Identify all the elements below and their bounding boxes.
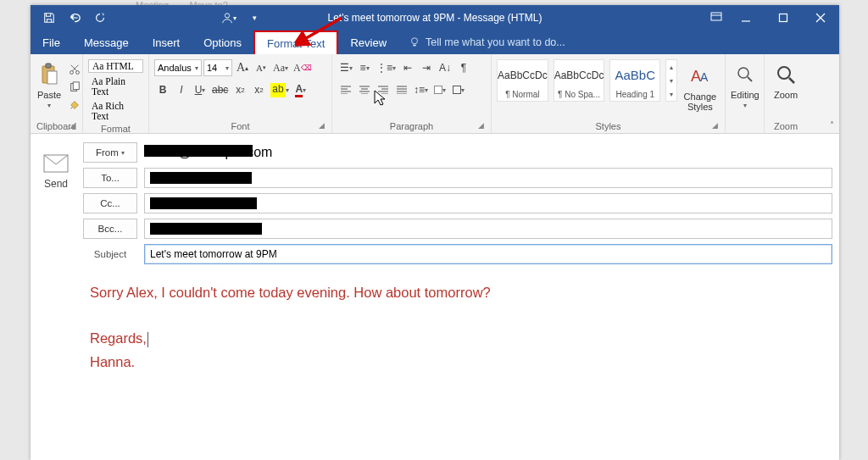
sort-icon[interactable]: A↓ [437,59,453,76]
shrink-font-icon[interactable]: A▾ [253,59,270,76]
collapse-ribbon-icon[interactable]: ˄ [830,120,834,130]
tab-insert[interactable]: Insert [141,30,192,54]
increase-indent-icon[interactable]: ⇥ [418,59,435,76]
font-launcher-icon[interactable]: ◢ [319,121,325,130]
grow-font-icon[interactable]: A▴ [234,59,251,76]
numbering-icon[interactable]: ≡▾ [356,59,373,76]
tab-format-text[interactable]: Format Text [253,30,338,54]
minimize-button[interactable] [727,5,765,30]
header-fields: From ▾ user0@example.com To... user1@exa… [81,134,839,460]
svg-rect-10 [47,71,57,84]
group-zoom: Zoom Zoom [765,54,807,133]
cc-field[interactable]: user2@example.com [144,193,832,213]
message-window: ▾ ▾ Let's meet tomorrow at 9PM - Message… [31,5,839,460]
ribbon-tabs: File Message Insert Options Format Text … [31,30,839,54]
clipboard-launcher-icon[interactable]: ◢ [70,121,75,130]
redo-icon[interactable] [88,6,112,30]
bullets-icon[interactable]: ☰▾ [337,59,354,76]
svg-point-7 [412,38,418,44]
group-label-styles: Styles◢ [497,119,720,133]
font-color-icon[interactable]: A▾ [292,81,309,98]
svg-line-36 [789,78,794,83]
group-styles: AaBbCcDc ¶ Normal AaBbCcDc ¶ No Spa... A… [492,54,726,133]
tab-options[interactable]: Options [192,30,253,54]
compose-area: Send From ▾ user0@example.com To... user… [31,134,839,460]
qat-customize-icon[interactable]: ▾ [242,6,266,30]
tab-message[interactable]: Message [72,30,141,54]
change-styles-icon: AA [687,63,714,90]
from-button[interactable]: From ▾ [83,142,137,163]
line-spacing-icon[interactable]: ↕≡▾ [412,81,430,98]
style-heading1[interactable]: AaBbC Heading 1 [609,59,660,102]
group-editing: Editing ▾ [726,54,765,133]
tell-me-search[interactable]: Tell me what you want to do... [398,30,565,54]
group-label-clipboard: Clipboard◢ [36,119,77,133]
italic-icon[interactable]: I [173,81,190,98]
style-no-spacing[interactable]: AaBbCcDc ¶ No Spa... [554,59,605,102]
clear-formatting-icon[interactable]: A⌫ [292,59,314,76]
bold-icon[interactable]: B [154,81,171,98]
maximize-button[interactable] [765,5,802,30]
justify-icon[interactable] [393,81,410,98]
align-left-icon[interactable] [337,81,354,98]
shading-icon[interactable]: ▾ [431,81,448,98]
cc-button[interactable]: Cc... [83,193,137,213]
svg-rect-9 [46,64,51,68]
format-html-button[interactable]: Aa HTML [88,59,143,73]
copy-icon[interactable] [66,79,83,96]
group-label-editing [731,119,759,133]
font-size-combo[interactable]: 14▾ [203,59,232,76]
message-body[interactable]: Sorry Alex, I couldn't come today evenin… [83,269,832,385]
show-marks-icon[interactable]: ¶ [455,59,472,76]
paragraph-launcher-icon[interactable]: ◢ [478,121,484,130]
underline-icon[interactable]: U▾ [192,81,209,98]
paste-button[interactable]: Paste ▾ [36,58,63,109]
multilevel-icon[interactable]: ⋮≡▾ [375,59,398,76]
editing-button[interactable]: Editing ▾ [731,58,760,109]
text-caret [147,332,148,347]
undo-icon[interactable] [63,6,86,30]
cut-icon[interactable] [66,61,83,78]
group-clipboard: Paste ▾ Clipboard◢ [31,54,83,133]
quick-access-toolbar: ▾ ▾ [31,6,266,30]
send-button[interactable]: Send [36,146,76,198]
save-icon[interactable] [37,6,61,30]
format-rich-button[interactable]: Aa Rich Text [88,100,143,122]
ribbon: Paste ▾ Clipboard◢ Aa HTML Aa Plain Text… [31,54,839,134]
subject-field[interactable]: Let's meet tomorrow at 9PM [144,244,832,264]
highlight-icon[interactable]: ab▾ [269,81,290,98]
svg-rect-14 [73,82,79,90]
change-case-icon[interactable]: Aa▾ [271,59,290,76]
group-format: Aa HTML Aa Plain Text Aa Rich Text Forma… [83,54,149,133]
styles-launcher-icon[interactable]: ◢ [712,121,718,130]
align-center-icon[interactable] [356,81,373,98]
tab-file[interactable]: File [31,30,72,54]
body-line-2: Regards, [90,327,826,350]
font-name-combo[interactable]: Andalus▾ [154,59,202,76]
close-button[interactable] [802,5,839,30]
strikethrough-icon[interactable]: abc [210,81,230,98]
bcc-field[interactable]: user3@example.com [144,219,832,239]
account-icon[interactable]: ▾ [217,6,241,30]
subscript-icon[interactable]: x2 [231,81,248,98]
borders-icon[interactable]: ▾ [450,81,467,98]
superscript-icon[interactable]: x2 [250,81,267,98]
style-gallery-expand[interactable]: ▴▾▾ [665,59,677,102]
bcc-button[interactable]: Bcc... [83,219,137,239]
zoom-button[interactable]: Zoom [770,58,802,100]
group-label-paragraph: Paragraph◢ [337,119,486,133]
to-button[interactable]: To... [83,168,137,188]
format-plain-button[interactable]: Aa Plain Text [88,75,143,97]
tab-review[interactable]: Review [338,30,398,54]
change-styles-button[interactable]: AA Change Styles [681,59,720,112]
paste-icon [36,61,63,88]
align-right-icon[interactable] [375,81,392,98]
format-painter-icon[interactable] [66,97,83,114]
style-normal[interactable]: AaBbCcDc ¶ Normal [497,59,548,102]
ribbon-display-icon[interactable] [705,5,727,29]
zoom-icon [772,61,799,88]
svg-point-35 [778,67,790,79]
to-field[interactable]: user1@example.com [144,168,832,188]
send-icon [43,154,69,173]
decrease-indent-icon[interactable]: ⇤ [399,59,416,76]
